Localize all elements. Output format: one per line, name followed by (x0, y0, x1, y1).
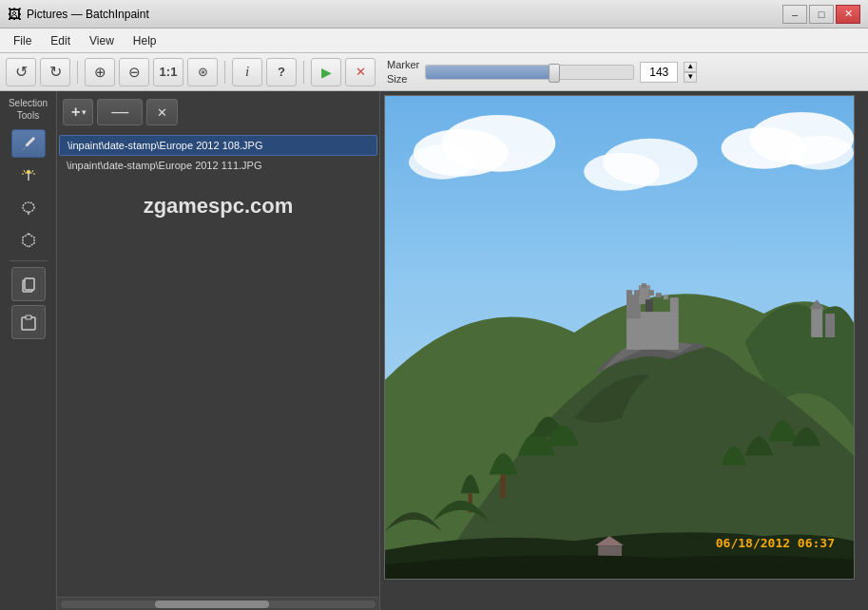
svg-rect-31 (642, 283, 646, 288)
marker-slider-thumb[interactable] (549, 64, 560, 83)
svg-point-22 (787, 136, 854, 170)
remove-file-button[interactable]: — (97, 99, 143, 125)
image-timestamp: 06/18/2012 06:37 (716, 536, 835, 550)
paste-icon (19, 313, 38, 332)
lasso-icon (20, 200, 37, 217)
svg-point-19 (603, 139, 698, 186)
minimize-button[interactable]: – (782, 5, 807, 24)
stop-button[interactable]: ✕ (345, 58, 376, 86)
remove-icon: — (111, 103, 128, 120)
titlebar-left: 🖼 Pictures — BatchInpaint (8, 7, 149, 22)
copy-tool-button[interactable] (11, 267, 46, 301)
tool-divider (10, 260, 48, 261)
scrollbar-thumb[interactable] (155, 600, 269, 608)
titlebar-title: Pictures — BatchInpaint (27, 8, 149, 21)
scrollbar-track (61, 600, 376, 608)
menu-edit[interactable]: Edit (41, 31, 80, 50)
svg-rect-37 (501, 474, 506, 498)
brush-tool-button[interactable] (11, 129, 46, 158)
file-item[interactable]: \inpaint\date-stamp\Europe 2012 111.JPG (59, 156, 377, 175)
play-button[interactable]: ▶ (311, 58, 341, 86)
redo-button[interactable]: ↻ (40, 58, 70, 86)
file-toolbar: + ▾ — ✕ (57, 91, 379, 133)
titlebar: 🖼 Pictures — BatchInpaint – □ ✕ (0, 0, 868, 29)
svg-point-7 (23, 202, 34, 212)
marker-value-input[interactable]: 143 (640, 62, 678, 83)
svg-rect-35 (670, 297, 679, 312)
copy-icon (19, 275, 38, 294)
paste-tool-button[interactable] (11, 305, 46, 339)
magic-wand-button[interactable] (11, 162, 46, 190)
preview-image: 06/18/2012 06:37 (384, 95, 855, 580)
svg-point-2 (27, 170, 30, 174)
marker-slider-fill (426, 66, 550, 79)
info-button[interactable]: i (232, 58, 262, 86)
polygon-lasso-button[interactable] (11, 226, 46, 255)
marker-size-label: Marker Size (387, 58, 419, 86)
menu-view[interactable]: View (80, 31, 124, 50)
maximize-button[interactable]: □ (809, 5, 834, 24)
zoom-out-button[interactable]: ⊖ (119, 58, 149, 86)
marker-spin-down[interactable]: ▼ (684, 72, 697, 83)
svg-marker-9 (23, 234, 34, 247)
svg-rect-26 (627, 295, 641, 318)
add-icon: + (71, 104, 80, 121)
svg-line-4 (32, 170, 33, 172)
menu-help[interactable]: Help (124, 31, 166, 50)
toolbar-separator-3 (303, 61, 304, 84)
svg-rect-33 (656, 293, 662, 297)
image-preview-area: 06/18/2012 06:37 (380, 91, 868, 610)
file-item[interactable]: \inpaint\date-stamp\Europe 2012 108.JPG (59, 135, 377, 156)
toolbar-separator-2 (224, 61, 225, 84)
scene-svg (385, 96, 854, 579)
sidebar: SelectionTools (0, 91, 57, 610)
help-button[interactable]: ? (266, 58, 297, 86)
svg-rect-28 (646, 299, 653, 312)
svg-rect-23 (811, 309, 822, 337)
selection-tools-label: SelectionTools (5, 95, 51, 124)
file-scrollbar[interactable] (57, 597, 379, 610)
magic-wand-icon (20, 167, 37, 184)
brush-icon (20, 135, 37, 152)
svg-rect-34 (664, 295, 668, 299)
zoom-fit-button[interactable]: ⊛ (187, 58, 218, 86)
main-content: SelectionTools (0, 91, 868, 610)
svg-line-3 (24, 170, 25, 172)
svg-point-17 (409, 145, 475, 180)
zoom-reset-button[interactable]: 1:1 (153, 58, 183, 86)
polygon-lasso-icon (20, 232, 37, 249)
toolbar-separator-1 (77, 61, 78, 84)
add-dropdown-arrow[interactable]: ▾ (82, 107, 87, 117)
titlebar-controls: – □ ✕ (782, 5, 860, 24)
watermark-text: zgamespc.com (59, 175, 377, 238)
clear-files-button[interactable]: ✕ (146, 99, 178, 125)
marker-spin: ▲ ▼ (684, 62, 697, 83)
app-icon: 🖼 (8, 7, 21, 22)
svg-rect-30 (634, 290, 640, 295)
svg-rect-13 (26, 315, 31, 319)
clear-icon: ✕ (157, 105, 167, 120)
svg-rect-29 (627, 290, 632, 295)
marker-size-area: Marker Size 143 ▲ ▼ (387, 58, 697, 86)
marker-spin-up[interactable]: ▲ (684, 62, 697, 72)
menubar: File Edit View Help (0, 29, 868, 53)
add-file-button[interactable]: + ▾ (63, 99, 93, 125)
zoom-in-button[interactable]: ⊕ (85, 58, 115, 86)
file-list: \inpaint\date-stamp\Europe 2012 108.JPG … (57, 133, 379, 597)
undo-button[interactable]: ↺ (6, 58, 36, 86)
lasso-tool-button[interactable] (11, 194, 46, 222)
file-panel: + ▾ — ✕ \inpaint\date-stamp\Europe 2012 … (57, 91, 380, 610)
marker-size-slider[interactable] (425, 65, 634, 80)
close-button[interactable]: ✕ (836, 5, 860, 24)
svg-rect-24 (825, 314, 835, 337)
toolbar: ↺ ↻ ⊕ ⊖ 1:1 ⊛ i ? ▶ ✕ Marker Size 143 ▲ … (0, 53, 868, 91)
menu-file[interactable]: File (4, 31, 41, 50)
svg-rect-11 (25, 278, 34, 290)
svg-rect-32 (648, 290, 654, 295)
